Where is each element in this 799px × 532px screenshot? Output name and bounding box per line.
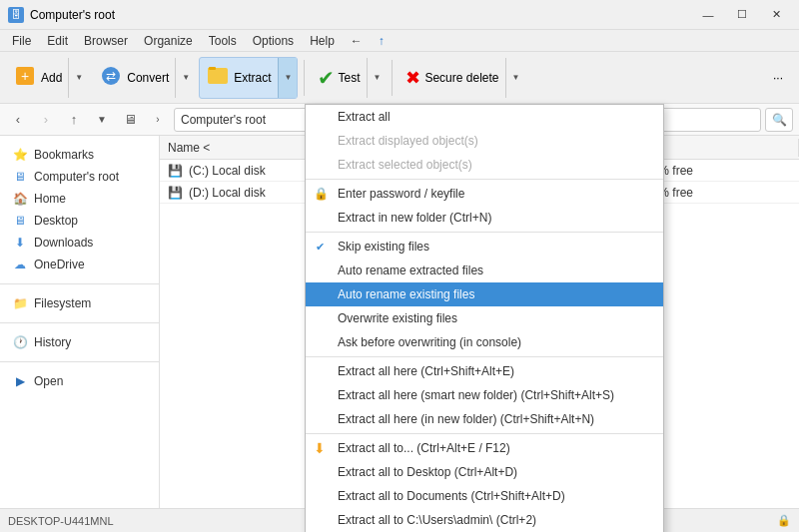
test-dropdown-arrow[interactable]: ▼ [367, 58, 386, 98]
extract-main[interactable]: Extract [200, 58, 277, 98]
sidebar-item-label: Downloads [34, 236, 93, 250]
sidebar-item-desktop[interactable]: 🖥 Desktop [0, 210, 159, 232]
convert-main[interactable]: ⇄ Convert [93, 58, 175, 98]
menu-tools[interactable]: Tools [201, 32, 245, 50]
close-button[interactable]: ✕ [761, 5, 791, 25]
test-button-group[interactable]: ✔ Test ▼ [311, 57, 387, 99]
title-bar-left: 🗄 Computer's root [8, 7, 115, 23]
desktop-icon: 🖥 [12, 213, 28, 229]
test-icon: ✔ [318, 66, 335, 90]
history-dropdown-button[interactable]: ▼ [90, 108, 114, 132]
menu-auto-rename-extracted[interactable]: Auto rename extracted files [306, 259, 663, 282]
menu-extract-new-folder[interactable]: Extract in new folder (Ctrl+N) [306, 206, 663, 233]
test-main[interactable]: ✔ Test [312, 58, 367, 98]
extract-icon [206, 64, 230, 91]
menu-enter-password[interactable]: 🔒 Enter password / keyfile [306, 182, 663, 206]
menu-file[interactable]: File [4, 32, 39, 50]
svg-rect-6 [209, 67, 216, 70]
open-icon: ▶ [12, 373, 28, 389]
sidebar-item-bookmarks[interactable]: ⭐ Bookmarks [0, 144, 159, 166]
computer-root-icon: 🖥 [12, 169, 28, 185]
sidebar-item-onedrive[interactable]: ☁ OneDrive [0, 254, 159, 275]
sidebar-divider-3 [0, 361, 159, 370]
sidebar-item-downloads[interactable]: ⬇ Downloads [0, 232, 159, 254]
extract-dropdown-menu: Extract all Extract displayed object(s) … [305, 104, 664, 532]
menu-auto-rename-existing[interactable]: Auto rename existing files [306, 282, 663, 306]
menu-extract-all-here-new[interactable]: Extract all here (in new folder) (Ctrl+S… [306, 407, 663, 434]
menu-extract-all-here-smart[interactable]: Extract all here (smart new folder) (Ctr… [306, 383, 663, 407]
extract-label: Extract [234, 71, 271, 85]
sidebar-item-label: Desktop [34, 214, 78, 228]
menu-options[interactable]: Options [245, 32, 302, 50]
minimize-button[interactable]: — [693, 5, 723, 25]
sidebar-item-computer-root[interactable]: 🖥 Computer's root [0, 166, 159, 188]
add-dropdown-arrow[interactable]: ▼ [68, 58, 87, 98]
bookmarks-icon: ⭐ [12, 147, 28, 163]
convert-dropdown-arrow[interactable]: ▼ [175, 58, 194, 98]
menu-extract-all-desktop[interactable]: Extract all to Desktop (Ctrl+Alt+D) [306, 460, 663, 484]
menu-extract-displayed: Extract displayed object(s) [306, 129, 663, 153]
menu-edit[interactable]: Edit [39, 32, 76, 50]
sidebar-item-label: Computer's root [34, 170, 119, 184]
more-button[interactable]: ··· [763, 60, 793, 96]
menu-extract-selected: Extract selected object(s) [306, 153, 663, 180]
menu-extract-all-users-admin[interactable]: Extract all to C:\Users\admin\ (Ctrl+2) [306, 508, 663, 532]
sidebar-item-history[interactable]: 🕐 History [0, 331, 159, 353]
test-label: Test [339, 71, 361, 85]
secure-delete-button-group[interactable]: ✖ Secure delete ▼ [399, 57, 524, 99]
menu-extract-all-to[interactable]: ⬇ Extract all to... (Ctrl+Alt+E / F12) [306, 436, 663, 460]
extract-button-group[interactable]: Extract ▼ [199, 57, 297, 99]
extract-to-icon: ⬇ [314, 440, 326, 456]
secure-delete-label: Secure delete [424, 71, 498, 85]
back-button[interactable]: ‹ [6, 108, 30, 132]
menu-extract-all[interactable]: Extract all [306, 105, 663, 129]
svg-text:⇄: ⇄ [106, 69, 116, 83]
secure-delete-main[interactable]: ✖ Secure delete [400, 58, 504, 98]
convert-button-group[interactable]: ⇄ Convert ▼ [92, 57, 195, 99]
menu-browser[interactable]: Browser [76, 32, 136, 50]
add-main[interactable]: + Add [7, 58, 68, 98]
history-icon: 🕐 [12, 334, 28, 350]
sidebar-item-home[interactable]: 🏠 Home [0, 188, 159, 210]
title-bar: 🗄 Computer's root — ☐ ✕ [0, 0, 799, 30]
forward-button[interactable]: › [34, 108, 58, 132]
sidebar-item-label: Filesystem [34, 296, 91, 310]
sidebar-item-label: Home [34, 192, 66, 206]
window-title: Computer's root [30, 8, 115, 22]
app-icon: 🗄 [8, 7, 24, 23]
menu-overwrite-existing[interactable]: Overwrite existing files [306, 306, 663, 330]
toolbar-separator-1 [304, 60, 305, 96]
menu-bar: File Edit Browser Organize Tools Options… [0, 30, 799, 52]
sidebar-item-label: History [34, 335, 71, 349]
breadcrumb-separator: › [146, 108, 170, 132]
downloads-icon: ⬇ [12, 235, 28, 251]
up-button[interactable]: ↑ [62, 108, 86, 132]
toolbar-separator-2 [392, 60, 393, 96]
sidebar-item-filesystem[interactable]: 📁 Filesystem [0, 292, 159, 314]
menu-extract-all-here-e[interactable]: Extract all here (Ctrl+Shift+Alt+E) [306, 359, 663, 383]
extract-dropdown-arrow[interactable]: ▼ [278, 58, 297, 98]
convert-icon: ⇄ [99, 64, 123, 91]
menu-organize[interactable]: Organize [136, 32, 201, 50]
menu-up-nav[interactable]: ↑ [371, 32, 393, 50]
sidebar-divider-1 [0, 283, 159, 292]
maximize-button[interactable]: ☐ [727, 5, 757, 25]
sidebar-item-label: Open [34, 374, 63, 388]
drive-d-label: (D:) Local disk [189, 186, 266, 200]
menu-skip-existing[interactable]: ✔ Skip existing files [306, 235, 663, 259]
svg-text:+: + [21, 68, 29, 84]
check-icon: ✔ [316, 241, 325, 254]
menu-ask-before[interactable]: Ask before overwriting (in console) [306, 330, 663, 357]
window-controls: — ☐ ✕ [693, 5, 791, 25]
add-button-group[interactable]: + Add ▼ [6, 57, 88, 99]
search-button[interactable]: 🔍 [765, 108, 793, 132]
menu-extract-all-documents[interactable]: Extract all to Documents (Ctrl+Shift+Alt… [306, 484, 663, 508]
menu-back-nav[interactable]: ← [343, 32, 371, 50]
home-icon: 🏠 [12, 191, 28, 207]
search-icon: 🔍 [772, 113, 787, 127]
secure-delete-dropdown-arrow[interactable]: ▼ [505, 58, 524, 98]
convert-chevron-icon: ▼ [182, 73, 190, 82]
menu-help[interactable]: Help [302, 32, 343, 50]
sidebar-item-open[interactable]: ▶ Open [0, 370, 159, 392]
lock-icon: 🔒 [314, 187, 329, 201]
